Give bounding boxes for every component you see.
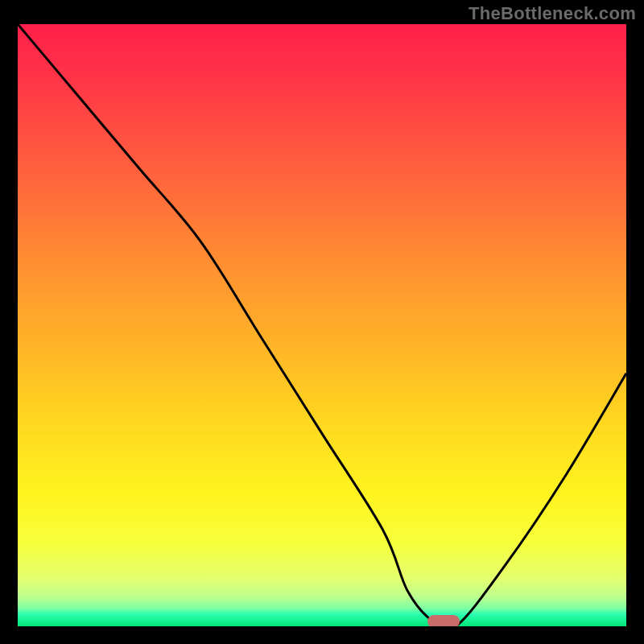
watermark-text: TheBottleneck.com <box>469 3 636 24</box>
chart-frame: TheBottleneck.com <box>0 0 644 644</box>
optimal-point-marker <box>427 615 460 626</box>
gradient-plot-area <box>18 24 626 626</box>
bottleneck-curve <box>18 24 626 626</box>
curve-line <box>18 24 626 626</box>
